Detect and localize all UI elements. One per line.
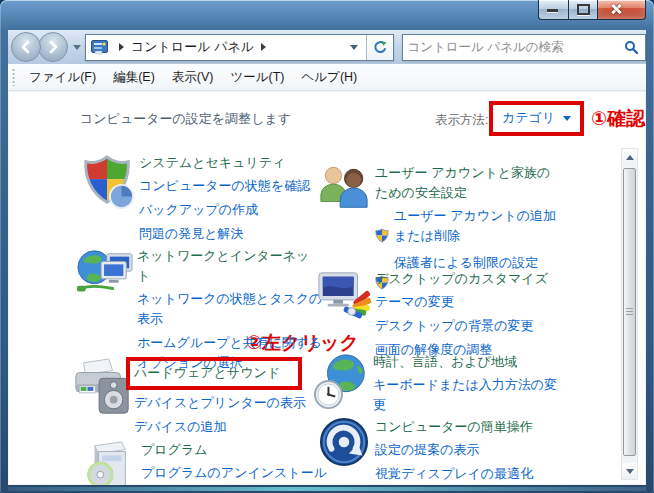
arrow-down-icon [626,469,634,474]
desktop-customization-icon[interactable] [313,269,375,364]
forward-arrow-icon [46,40,60,54]
scroll-down-button[interactable] [622,463,637,479]
menu-edit[interactable]: 編集(E) [113,69,155,86]
view-mode-label: 表示方法: [435,112,488,129]
category-programs: プログラム プログラムのアンインストール [77,440,349,485]
vertical-scrollbar[interactable] [621,148,638,480]
category-title[interactable]: ネットワークとインターネッ ト [137,246,309,286]
scrollbar-thumb[interactable] [623,168,636,456]
annotation-step1: ①確認 [591,106,645,132]
category-hardware-sound: ハードウェアとサウンド デバイスとプリンターの表示 デバイスの追加 [70,357,342,441]
forward-button[interactable] [38,32,68,62]
category-title[interactable]: システムとセキュリティ [139,153,285,173]
search-icon[interactable] [624,40,638,54]
back-arrow-icon [19,40,33,54]
category-ease-of-access: コンピューターの簡単操作 設定の提案の表示 視覚ディスプレイの最適化 [313,417,575,485]
page-subtitle: コンピューターの設定を調整します [80,110,291,128]
breadcrumb-control-panel[interactable]: コントロール パネル [131,38,254,56]
link-suggested-settings[interactable]: 設定の提案の表示 [375,440,575,460]
category-title[interactable]: デスクトップのカスタマイズ [375,269,548,289]
category-clock-language-region: 時計、言語、および地域 キーボードまたは入力方法の変 更 [311,352,573,419]
menu-file[interactable]: ファイル(F) [29,69,96,86]
breadcrumb-arrow-icon[interactable] [261,43,266,51]
programs-icon[interactable] [77,440,141,485]
navigation-bar: コントロール パネル [8,30,646,64]
content-area: コンピューターの設定を調整します 表示方法: カテゴリ ①確認 ②左クリック [8,91,646,485]
menu-bar: ファイル(F) 編集(E) 表示(V) ツール(T) ヘルプ(H) [8,64,646,91]
link-add-device[interactable]: デバイスの追加 [134,417,342,437]
link-add-remove-user-accounts[interactable]: ユーザー アカウントの追加 または削除 [375,206,575,249]
category-system-security: システムとセキュリティ コンピューターの状態を確認 バックアップの作成 問題の発… [75,153,347,248]
view-mode-value[interactable]: カテゴリ [502,109,555,127]
scrollbar-grip-icon [626,308,633,316]
hardware-sound-highlight-box: ハードウェアとサウンド [126,357,302,390]
address-dropdown-icon[interactable] [350,45,358,50]
category-title[interactable]: ハードウェアとサウンド [134,363,280,383]
chevron-down-icon [563,116,571,121]
screenshot-root: { "window": { "app": "コントロール パネル" }, "na… [0,0,654,493]
menu-view[interactable]: 表示(V) [172,69,214,86]
uac-shield-icon [375,208,389,249]
address-bar[interactable]: コントロール パネル [85,34,394,61]
clock-language-region-icon[interactable] [311,352,373,419]
menu-tools[interactable]: ツール(T) [230,69,284,86]
scroll-up-button[interactable] [622,149,637,165]
link-change-keyboard-input[interactable]: キーボードまたは入力方法の変 更 [373,375,573,415]
category-desktop-customization: デスクトップのカスタマイズ テーマの変更 デスクトップの背景の変更 画面の解像度… [313,269,575,364]
view-mode-dropdown[interactable]: カテゴリ [489,101,584,136]
system-security-icon[interactable] [75,153,139,248]
control-panel-icon [91,40,108,55]
menu-help[interactable]: ヘルプ(H) [302,69,358,86]
category-title[interactable]: 時計、言語、および地域 [373,352,517,372]
breadcrumb-arrow-icon[interactable] [119,43,124,51]
refresh-button[interactable] [366,35,393,60]
link-label: ユーザー アカウントの追加 または削除 [394,206,556,249]
back-button[interactable] [11,32,41,62]
refresh-icon [373,40,388,55]
close-button[interactable] [597,0,646,20]
arrow-up-icon [626,155,634,160]
hardware-sound-icon[interactable] [70,357,134,441]
category-title[interactable]: ユーザー アカウントと家族の ための安全設定 [375,163,550,203]
ease-of-access-icon[interactable] [313,417,375,485]
window-bottom-border [8,487,646,491]
link-optimize-visual-display[interactable]: 視覚ディスプレイの最適化 [375,464,575,484]
recent-pages-chevron-icon[interactable] [73,45,81,50]
category-title[interactable]: プログラム [141,440,208,460]
control-panel-window: コントロール パネル ファイル(F) 編集(E) 表示(V) ツール(T) ヘル… [0,0,654,493]
search-input[interactable] [403,38,624,57]
maximize-button[interactable] [569,0,597,20]
minimize-button[interactable] [538,0,569,20]
search-box [402,34,646,61]
category-title[interactable]: コンピューターの簡単操作 [375,417,533,437]
link-change-theme[interactable]: テーマの変更 [375,292,575,312]
link-change-desktop-background[interactable]: デスクトップの背景の変更 [375,316,575,336]
toolbar-grip [12,68,15,86]
caption-buttons [538,0,646,20]
